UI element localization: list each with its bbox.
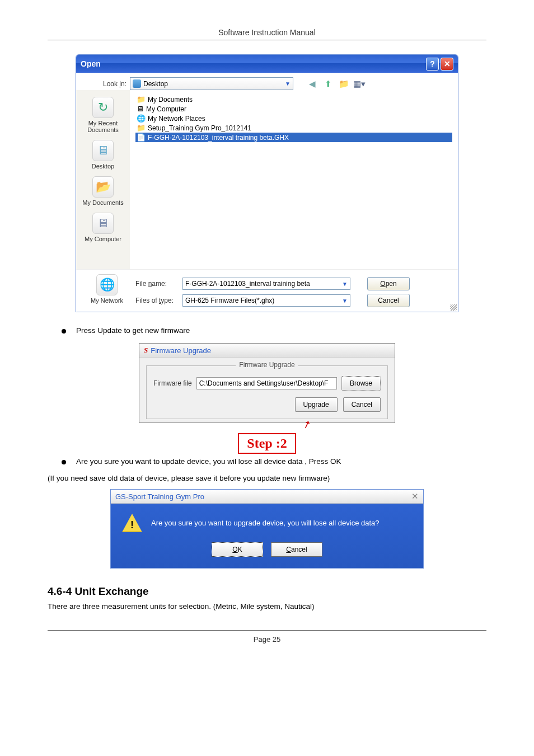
- fw-dialog-title: Firmware Upgrade: [151, 346, 211, 355]
- app-icon: S: [144, 346, 148, 355]
- close-icon[interactable]: ✕: [441, 58, 453, 71]
- new-folder-icon[interactable]: 📁: [338, 78, 349, 90]
- look-in-value: Desktop: [143, 80, 168, 88]
- desktop-icon: [133, 79, 141, 88]
- fw-file-input[interactable]: C:\Documents and Settings\user\Desktop\F: [196, 377, 337, 389]
- place-recent[interactable]: ↻ My Recent Documents: [78, 93, 128, 137]
- open-dialog-titlebar: Open ? ✕: [76, 55, 458, 73]
- open-dialog-title: Open: [81, 59, 101, 68]
- place-desktop-label: Desktop: [78, 163, 128, 170]
- file-item[interactable]: My Computer: [135, 104, 452, 114]
- instruction-note: (If you need save old data of device, pl…: [48, 474, 486, 482]
- bullet-icon: [62, 329, 66, 334]
- fw-groupbox: Firmware Upgrade Firmware file C:\Docume…: [146, 365, 388, 419]
- chevron-down-icon: ▼: [285, 81, 291, 87]
- resize-grip-icon[interactable]: [450, 304, 457, 311]
- ok-button[interactable]: OK: [212, 542, 263, 557]
- file-item[interactable]: My Network Places: [135, 114, 452, 123]
- page-footer: Page 25: [48, 630, 486, 644]
- filetype-value: GH-625 Firmware Files(*.ghx): [185, 297, 274, 304]
- place-mycomp-label: My Computer: [78, 236, 128, 242]
- fw-file-label: Firmware file: [153, 379, 192, 387]
- cancel-button[interactable]: Cancel: [367, 294, 410, 307]
- fw-dialog-titlebar: S Firmware Upgrade: [139, 344, 395, 358]
- filename-combo[interactable]: F-GGH-2A-1012103_interval training beta …: [182, 278, 350, 290]
- bullet-icon: [62, 460, 66, 464]
- upgrade-button[interactable]: Upgrade: [295, 397, 338, 412]
- firmware-upgrade-dialog: S Firmware Upgrade Firmware Upgrade Firm…: [139, 343, 395, 423]
- page-header: Software Instruction Manual: [48, 28, 486, 40]
- place-mynet[interactable]: 🌐 My Network: [82, 274, 132, 307]
- file-item[interactable]: Setup_Training Gym Pro_1012141: [135, 123, 452, 133]
- filename-value: F-GGH-2A-1012103_interval training beta: [185, 280, 310, 288]
- help-icon[interactable]: ?: [426, 58, 439, 71]
- step-label: Step :2: [238, 433, 296, 454]
- confirm-dialog: GS-Sport Training Gym Pro ✕ ! Are you su…: [110, 489, 424, 569]
- confirm-dialog-title: GS-Sport Training Gym Pro: [115, 492, 204, 501]
- confirm-dialog-titlebar: GS-Sport Training Gym Pro ✕: [111, 490, 423, 504]
- place-mynet-label: My Network: [82, 297, 132, 304]
- filetype-label: Files of type:: [135, 297, 177, 304]
- section-heading: 4.6-4 Unit Exchange: [48, 585, 486, 598]
- up-icon[interactable]: ⬆: [322, 78, 334, 90]
- file-item-selected[interactable]: F-GGH-2A-1012103_interval training beta.…: [135, 133, 452, 142]
- place-recent-label: My Recent Documents: [78, 120, 128, 133]
- confirm-message: Are you sure you want to upgrade device,…: [151, 519, 380, 527]
- look-in-combo[interactable]: Desktop ▼: [130, 77, 293, 90]
- places-bar: ↻ My Recent Documents 🖥 Desktop 📂 My Doc…: [76, 90, 130, 269]
- instruction-text: Are you sure you want to update device, …: [76, 457, 341, 466]
- view-menu-icon[interactable]: ▦▾: [354, 78, 365, 90]
- cancel-button[interactable]: Cancel: [271, 542, 322, 557]
- warning-icon: !: [122, 514, 142, 532]
- place-mycomp[interactable]: 🖥 My Computer: [78, 209, 128, 246]
- instruction-text: Press Update to get new firmware: [76, 326, 190, 335]
- place-mydocs-label: My Documents: [78, 199, 128, 206]
- browse-button[interactable]: Browse: [341, 376, 381, 391]
- look-in-label: Look in:: [82, 80, 127, 88]
- open-button[interactable]: Open: [367, 277, 410, 290]
- file-item[interactable]: My Documents: [135, 95, 452, 104]
- file-list[interactable]: My Documents My Computer My Network Plac…: [130, 90, 458, 269]
- cancel-button[interactable]: Cancel: [343, 397, 381, 412]
- close-icon[interactable]: ✕: [411, 491, 419, 501]
- chevron-down-icon: ▼: [342, 281, 348, 287]
- fw-groupbox-legend: Firmware Upgrade: [236, 361, 298, 369]
- filename-label: File name:: [135, 280, 177, 288]
- filetype-combo[interactable]: GH-625 Firmware Files(*.ghx) ▼: [182, 294, 350, 307]
- chevron-down-icon: ▼: [342, 298, 348, 304]
- open-dialog: Open ? ✕ Look in: Desktop ▼ ◀ ⬆ 📁 ▦▾ ↻: [76, 54, 458, 312]
- place-desktop[interactable]: 🖥 Desktop: [78, 137, 128, 173]
- back-icon[interactable]: ◀: [307, 78, 318, 90]
- place-mydocs[interactable]: 📂 My Documents: [78, 173, 128, 209]
- section-text: There are three measurement units for se…: [48, 602, 486, 611]
